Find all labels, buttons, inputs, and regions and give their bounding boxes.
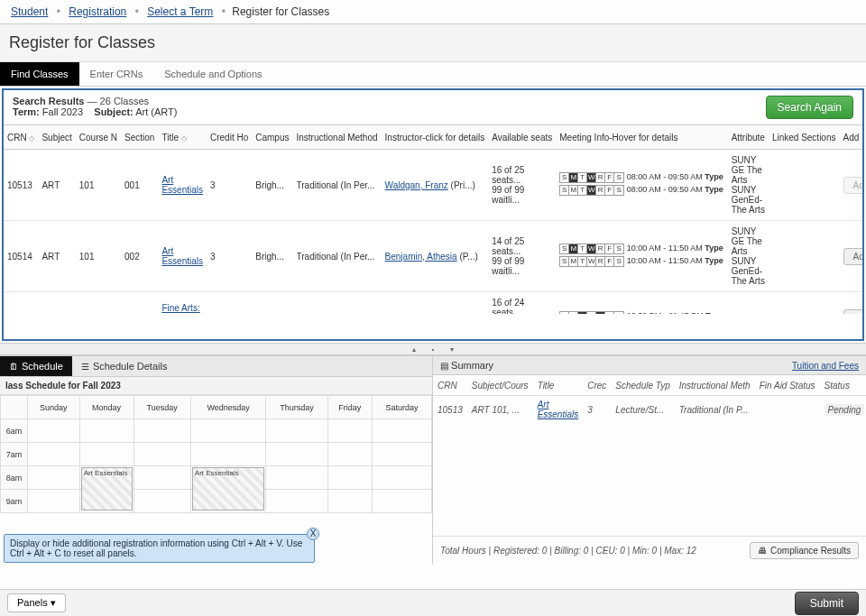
close-icon[interactable]: X — [307, 528, 319, 540]
summary-pane: ▤ Summary Tuition and Fees CRN Subject/C… — [433, 356, 866, 565]
instructor-link[interactable]: Waldgan, Franz — [385, 180, 448, 190]
col-linked-sections[interactable]: Linked Sections — [769, 125, 840, 150]
course-title-link[interactable]: Art Essentials — [161, 246, 203, 266]
crumb-student[interactable]: Student — [11, 5, 48, 18]
instructor-link[interactable]: Benjamin, Athesia — [385, 252, 457, 262]
chevron-up-icon[interactable]: ▴ — [407, 345, 421, 354]
tip-banner: Display or hide additional registration … — [4, 534, 315, 563]
tab-schedule-details[interactable]: ☰ Schedule Details — [72, 356, 177, 376]
summary-table: CRN Subject/Cours Title Crec Schedule Ty… — [433, 375, 866, 423]
breadcrumb: Student • Registration • Select a Term •… — [0, 0, 866, 24]
tab-find-classes[interactable]: Find Classes — [0, 62, 79, 86]
results-table: CRN ◇ Subject Course N Section Title ◇ C… — [4, 124, 862, 314]
course-title-link[interactable]: Art Essentials — [161, 175, 203, 195]
search-heading: Search Results — [13, 96, 84, 106]
bottom-bar: Panels ▾ Submit — [0, 589, 866, 616]
chevron-down-icon[interactable]: ▾ — [445, 345, 459, 354]
col-instructor[interactable]: Instructor-click for details — [382, 125, 489, 150]
add-button[interactable]: Add — [843, 177, 863, 194]
col-instructional-method[interactable]: Instructional Method — [293, 125, 382, 150]
tab-enter-crns[interactable]: Enter CRNs — [79, 62, 154, 86]
col-section[interactable]: Section — [121, 125, 158, 150]
tab-schedule-options[interactable]: Schedule and Options — [153, 62, 272, 86]
print-icon: 🖶 — [758, 546, 767, 556]
main-tabs: Find Classes Enter CRNs Schedule and Opt… — [0, 62, 866, 87]
summary-icon: ▤ — [440, 361, 448, 371]
table-row: 16524 ART 102 002 Fine Arts: Theory and … — [4, 292, 862, 315]
col-add[interactable]: Add — [840, 125, 863, 150]
list-icon: ☰ — [81, 362, 89, 372]
chevron-down-icon: ▾ — [51, 597, 56, 608]
col-credit-hours[interactable]: Credit Ho — [207, 125, 252, 150]
tab-schedule[interactable]: 🗓 Schedule — [0, 356, 72, 376]
add-button[interactable]: Add — [843, 248, 863, 265]
tuition-fees-link[interactable]: Tuition and Fees — [792, 361, 859, 371]
crumb-registration[interactable]: Registration — [69, 5, 126, 18]
col-crn[interactable]: CRN ◇ — [4, 125, 38, 150]
crumb-select-term[interactable]: Select a Term — [147, 5, 213, 18]
summary-title-link[interactable]: Art Essentials — [538, 400, 579, 419]
submit-button[interactable]: Submit — [795, 592, 859, 615]
panels-button[interactable]: Panels ▾ — [7, 593, 66, 612]
search-again-button[interactable]: Search Again — [766, 96, 853, 119]
calendar-icon: 🗓 — [9, 362, 18, 372]
totals-text: Total Hours | Registered: 0 | Billing: 0… — [440, 546, 696, 556]
splitter-bar[interactable]: ▴ • ▾ — [0, 343, 866, 355]
schedule-pane: 🗓 Schedule ☰ Schedule Details lass Sched… — [0, 356, 433, 565]
search-results-panel: Search Results — 26 Classes Term: Fall 2… — [2, 88, 864, 341]
col-available-seats[interactable]: Available seats — [488, 125, 556, 150]
course-title-link[interactable]: Fine Arts: Theory and P... — [161, 303, 199, 315]
table-row: 10513 ART 101 001 Art Essentials 3 Brigh… — [4, 150, 862, 221]
col-subject[interactable]: Subject — [38, 125, 75, 150]
col-campus[interactable]: Campus — [252, 125, 292, 150]
table-row: 10514 ART 101 002 Art Essentials 3 Brigh… — [4, 221, 862, 292]
search-info: Search Results — 26 Classes Term: Fall 2… — [13, 96, 177, 117]
summary-row: 10513 ART 101, ... Art Essentials 3 Lect… — [433, 396, 866, 424]
search-count: — 26 Classes — [88, 96, 149, 106]
page-title: Register for Classes — [0, 24, 866, 62]
col-attribute[interactable]: Attribute — [728, 125, 769, 150]
status-badge: Pending — [825, 404, 865, 416]
calendar-grid: Sunday Monday Tuesday Wednesday Thursday… — [0, 395, 432, 513]
crumb-current: Register for Classes — [232, 5, 329, 18]
instructor-link[interactable]: Fisher, Amy — [385, 313, 432, 315]
add-button[interactable]: Add — [843, 309, 863, 315]
col-title[interactable]: Title ◇ — [158, 125, 207, 150]
col-course-number[interactable]: Course N — [76, 125, 121, 150]
col-meeting-info[interactable]: Meeting Info-Hover for details — [556, 125, 727, 150]
schedule-title: lass Schedule for Fall 2023 — [0, 377, 432, 395]
compliance-results-button[interactable]: 🖶 Compliance Results — [750, 542, 859, 559]
